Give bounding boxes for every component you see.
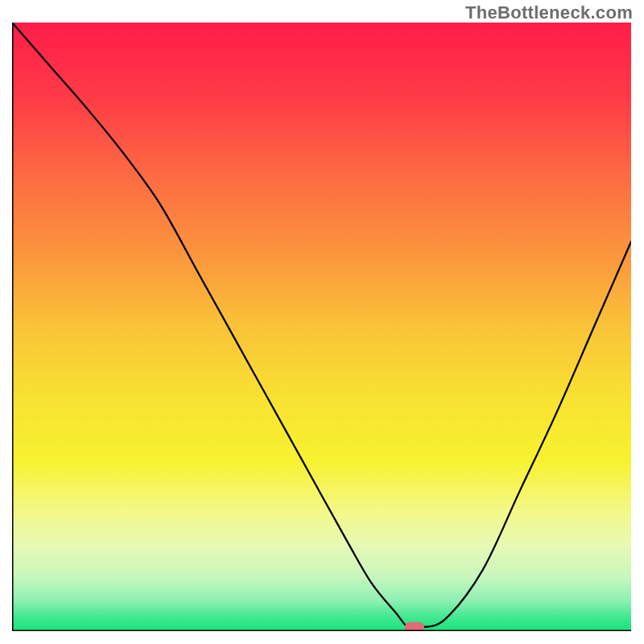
watermark-text: TheBottleneck.com xyxy=(465,2,633,23)
plot-svg xyxy=(12,23,631,631)
valley-marker xyxy=(405,622,425,631)
plot-background xyxy=(12,23,631,631)
stage: TheBottleneck.com xyxy=(0,0,644,644)
bottleneck-plot xyxy=(12,23,631,631)
